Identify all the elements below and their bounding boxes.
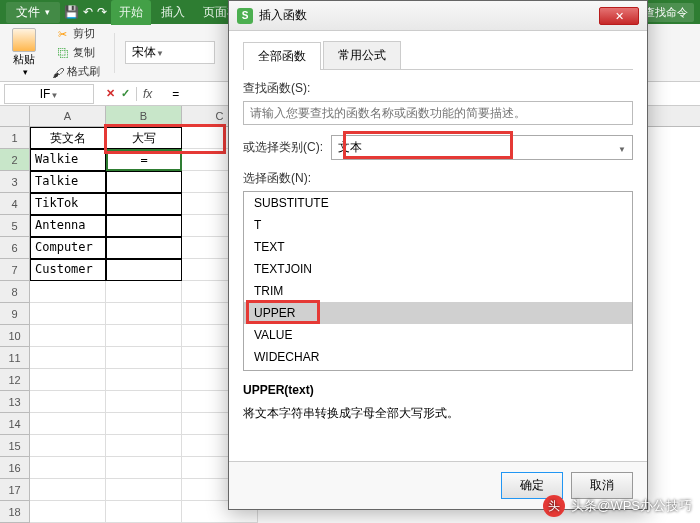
cell[interactable] (106, 391, 182, 413)
cell[interactable] (106, 457, 182, 479)
cell[interactable] (106, 413, 182, 435)
file-menu[interactable]: 文件 (6, 2, 60, 23)
row-header[interactable]: 15 (0, 435, 30, 457)
cell[interactable] (30, 479, 106, 501)
row-header[interactable]: 1 (0, 127, 30, 149)
cell[interactable] (106, 501, 182, 523)
function-item-substitute[interactable]: SUBSTITUTE (244, 192, 632, 214)
cell[interactable] (30, 457, 106, 479)
dialog-titlebar[interactable]: S 插入函数 ✕ (229, 1, 647, 31)
watermark: 头 头条@WPS办公技巧 (543, 495, 692, 517)
confirm-formula-icon[interactable]: ✓ (121, 87, 130, 101)
row-header[interactable]: 11 (0, 347, 30, 369)
copy-button[interactable]: 复制 (54, 44, 99, 61)
paste-icon (12, 28, 36, 52)
close-icon[interactable]: ✕ (599, 7, 639, 25)
col-header-a[interactable]: A (30, 106, 106, 126)
cell[interactable]: Talkie (30, 171, 106, 193)
cell[interactable] (106, 193, 182, 215)
function-item-trim[interactable]: TRIM (244, 280, 632, 302)
cell[interactable]: Walkie (30, 149, 106, 171)
fx-icon[interactable]: fx (136, 87, 158, 101)
watermark-text: 头条@WPS办公技巧 (571, 497, 692, 515)
cell[interactable]: = (106, 149, 182, 171)
row-header[interactable]: 14 (0, 413, 30, 435)
function-description: UPPER(text) 将文本字符串转换成字母全部大写形式。 (243, 383, 633, 422)
paste-button[interactable]: 粘贴 (6, 26, 42, 79)
cell[interactable]: Computer (30, 237, 106, 259)
cell[interactable] (106, 259, 182, 281)
name-box[interactable]: IF (4, 84, 94, 104)
desc-signature: UPPER(text) (243, 383, 633, 397)
cell[interactable] (106, 325, 182, 347)
function-item-t[interactable]: T (244, 214, 632, 236)
category-select[interactable]: 文本 (331, 135, 633, 160)
format-painter-button[interactable]: 格式刷 (48, 63, 104, 80)
chevron-down-icon (618, 141, 626, 155)
function-item-text[interactable]: TEXT (244, 236, 632, 258)
cell[interactable] (30, 281, 106, 303)
row-header[interactable]: 4 (0, 193, 30, 215)
cell[interactable] (106, 435, 182, 457)
tab-all-functions[interactable]: 全部函数 (243, 42, 321, 70)
redo-icon[interactable]: ↷ (97, 5, 107, 19)
function-search-input[interactable] (243, 101, 633, 125)
undo-icon[interactable]: ↶ (83, 5, 93, 19)
cell[interactable] (30, 325, 106, 347)
cell[interactable] (106, 347, 182, 369)
cell[interactable]: Antenna (30, 215, 106, 237)
formula-buttons: ✕ ✓ fx (98, 87, 166, 101)
cell[interactable] (30, 435, 106, 457)
scissors-icon (58, 28, 70, 40)
row-header[interactable]: 3 (0, 171, 30, 193)
cell[interactable]: TikTok (30, 193, 106, 215)
cell[interactable] (106, 369, 182, 391)
function-item-upper[interactable]: UPPER (244, 302, 632, 324)
row-header[interactable]: 5 (0, 215, 30, 237)
cancel-formula-icon[interactable]: ✕ (106, 87, 115, 101)
cell[interactable] (30, 391, 106, 413)
tab-home[interactable]: 开始 (111, 0, 151, 25)
row-header[interactable]: 10 (0, 325, 30, 347)
row-header[interactable]: 13 (0, 391, 30, 413)
function-item-textjoin[interactable]: TEXTJOIN (244, 258, 632, 280)
row-header[interactable]: 2 (0, 149, 30, 171)
row-header[interactable]: 17 (0, 479, 30, 501)
font-value: 宋体 (132, 45, 156, 59)
row-header[interactable]: 8 (0, 281, 30, 303)
row-header[interactable]: 16 (0, 457, 30, 479)
category-value: 文本 (338, 139, 362, 156)
cell[interactable] (106, 303, 182, 325)
cell[interactable] (30, 303, 106, 325)
cell[interactable] (30, 369, 106, 391)
select-all-corner[interactable] (0, 106, 30, 126)
function-item-widechar[interactable]: WIDECHAR (244, 346, 632, 368)
cell[interactable] (30, 347, 106, 369)
cell[interactable] (106, 281, 182, 303)
font-select[interactable]: 宋体 (125, 41, 215, 64)
wps-icon: S (237, 8, 253, 24)
cell[interactable] (106, 237, 182, 259)
cell[interactable]: Customer (30, 259, 106, 281)
function-list[interactable]: SUBSTITUTETTEXTTEXTJOINTRIMUPPERVALUEWID… (243, 191, 633, 371)
cell[interactable]: 英文名 (30, 127, 106, 149)
tab-common-formulas[interactable]: 常用公式 (323, 41, 401, 69)
row-header[interactable]: 9 (0, 303, 30, 325)
cell[interactable]: 大写 (106, 127, 182, 149)
cell[interactable] (106, 171, 182, 193)
font-group: 宋体 (125, 41, 215, 64)
cell[interactable] (30, 413, 106, 435)
tab-insert[interactable]: 插入 (153, 0, 193, 25)
row-header[interactable]: 7 (0, 259, 30, 281)
paste-label: 粘贴 (13, 52, 35, 67)
cell[interactable] (30, 501, 106, 523)
function-item-value[interactable]: VALUE (244, 324, 632, 346)
save-icon[interactable]: 💾 (64, 5, 79, 19)
row-header[interactable]: 12 (0, 369, 30, 391)
col-header-b[interactable]: B (106, 106, 182, 126)
cut-button[interactable]: 剪切 (54, 25, 99, 42)
row-header[interactable]: 18 (0, 501, 30, 523)
row-header[interactable]: 6 (0, 237, 30, 259)
cell[interactable] (106, 479, 182, 501)
cell[interactable] (106, 215, 182, 237)
